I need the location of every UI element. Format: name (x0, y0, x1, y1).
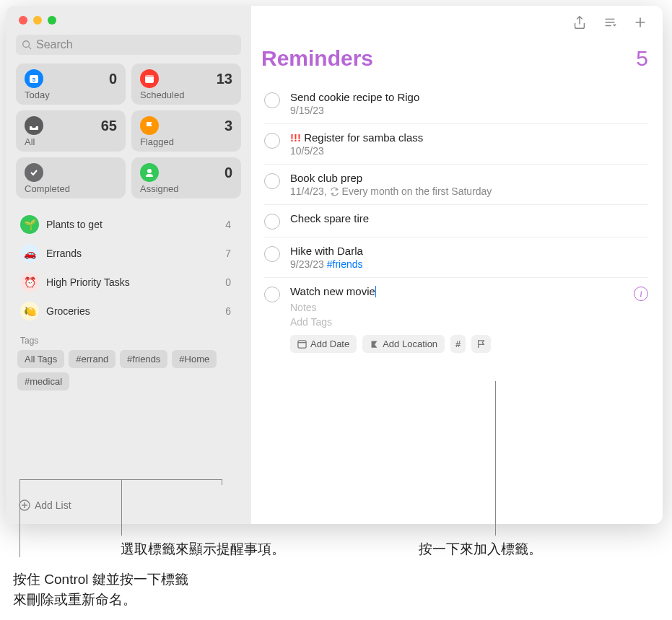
card-count: 65 (101, 118, 117, 134)
card-label: Flagged (140, 136, 232, 147)
repeat-icon (330, 187, 339, 196)
reminder-item[interactable]: !!! Register for samba class 10/5/23 (264, 124, 648, 165)
card-label: Completed (25, 183, 117, 194)
card-flagged[interactable]: 3 Flagged (131, 110, 241, 152)
callout-select-tag: 選取標籤來顯示提醒事項。 (121, 540, 285, 559)
callout-control-click-line2: 來刪除或重新命名。 (13, 590, 136, 609)
reminder-title-input[interactable]: Watch new movie (290, 285, 624, 297)
callout-control-click-line1: 按住 Control 鍵並按一下標籤 (13, 570, 188, 589)
search-input[interactable]: Search (16, 35, 241, 55)
reminder-item[interactable]: Book club prep 11/4/23, Every month on t… (264, 165, 648, 205)
reminder-item[interactable]: Send cookie recipe to Rigo 9/15/23 (264, 84, 648, 124)
tag-medical[interactable]: #medical (17, 372, 69, 390)
app-window: Search 5 0 Today 13 Scheduled 6 (6, 6, 663, 524)
add-list-button[interactable]: Add List (16, 494, 241, 517)
svg-point-0 (23, 41, 30, 48)
add-tag-button[interactable]: # (450, 335, 466, 353)
flag-icon (140, 116, 159, 135)
reminder-date: 11/4/23, Every month on the first Saturd… (290, 185, 648, 197)
complete-checkbox[interactable] (264, 246, 280, 262)
view-options-button[interactable] (602, 14, 618, 33)
priority-indicator: !!! (290, 131, 301, 144)
reminder-title: Send cookie recipe to Rigo (290, 91, 648, 103)
tag-errand[interactable]: #errand (69, 350, 115, 368)
tray-icon (25, 116, 43, 135)
reminder-title: Check spare tire (290, 212, 648, 224)
list-count: 7 (225, 248, 231, 259)
search-placeholder: Search (36, 38, 73, 51)
list-total-count: 5 (636, 46, 648, 71)
card-label: Scheduled (140, 89, 232, 100)
check-icon (25, 163, 43, 182)
hash-icon: # (455, 339, 461, 349)
complete-checkbox[interactable] (264, 287, 280, 302)
reminder-date: 10/5/23 (290, 145, 648, 157)
card-count: 3 (224, 118, 232, 134)
add-location-button[interactable]: Add Location (362, 335, 445, 353)
list-item[interactable]: 🌱 Plants to get 4 (16, 210, 241, 239)
reminder-item[interactable]: Check spare tire (264, 205, 648, 237)
minimize-window-button[interactable] (33, 16, 42, 25)
plus-circle-icon (19, 499, 30, 511)
add-tags-placeholder[interactable]: Add Tags (290, 316, 624, 328)
svg-rect-15 (298, 341, 306, 348)
flag-icon (476, 339, 486, 349)
reminders-list: Send cookie recipe to Rigo 9/15/23 !!! R… (261, 84, 648, 360)
person-icon (140, 163, 159, 182)
card-count: 0 (109, 71, 117, 87)
list-toggle-icon (602, 14, 618, 30)
svg-line-1 (29, 47, 32, 50)
notes-placeholder[interactable]: Notes (290, 302, 624, 313)
sidebar-lists: 🌱 Plants to get 4 🚗 Errands 7 ⏰ High Pri… (16, 210, 241, 326)
tag-all[interactable]: All Tags (17, 350, 64, 368)
list-item[interactable]: ⏰ High Priority Tasks 0 (16, 268, 241, 297)
reminder-tag[interactable]: #friends (327, 258, 363, 270)
reminder-title: !!! Register for samba class (290, 131, 648, 144)
card-assigned[interactable]: 0 Assigned (131, 157, 241, 198)
info-button[interactable]: i (634, 287, 648, 301)
calendar-icon (297, 339, 307, 349)
tag-friends[interactable]: #friends (120, 350, 167, 368)
add-list-label: Add List (35, 499, 71, 511)
sidebar: Search 5 0 Today 13 Scheduled 6 (6, 6, 251, 524)
tags-section-title: Tags (20, 336, 241, 346)
tag-home[interactable]: #Home (172, 350, 217, 368)
list-count: 0 (225, 276, 231, 288)
plus-icon (632, 14, 648, 30)
fullscreen-window-button[interactable] (48, 16, 56, 25)
calendar-today-icon: 5 (25, 69, 43, 88)
list-icon: 🚗 (20, 244, 39, 263)
add-flag-button[interactable] (471, 335, 491, 353)
complete-checkbox[interactable] (264, 92, 280, 108)
add-reminder-button[interactable] (632, 14, 648, 33)
complete-checkbox[interactable] (264, 173, 280, 189)
complete-checkbox[interactable] (264, 214, 280, 230)
smart-list-cards: 5 0 Today 13 Scheduled 65 All (16, 64, 241, 198)
location-icon (370, 339, 379, 349)
card-today[interactable]: 5 0 Today (16, 64, 126, 105)
card-count: 13 (217, 71, 232, 87)
card-label: All (25, 136, 117, 147)
callout-click-add-tag: 按一下來加入標籤。 (419, 540, 542, 559)
close-window-button[interactable] (19, 16, 27, 25)
list-header: Reminders 5 (261, 46, 648, 71)
svg-text:5: 5 (32, 77, 36, 83)
list-icon: 🍋 (20, 302, 39, 320)
reminder-item[interactable]: Hike with Darla 9/23/23 #friends (264, 237, 648, 278)
list-item[interactable]: 🚗 Errands 7 (16, 239, 241, 268)
list-item[interactable]: 🍋 Groceries 6 (16, 297, 241, 326)
list-icon: 🌱 (20, 215, 39, 234)
list-count: 4 (225, 219, 231, 230)
reminder-item-editing[interactable]: Watch new movie Notes Add Tags Add Date … (264, 278, 648, 360)
list-title: Reminders (261, 46, 373, 71)
list-name: Groceries (46, 305, 218, 317)
add-date-button[interactable]: Add Date (290, 335, 357, 353)
complete-checkbox[interactable] (264, 133, 280, 149)
share-button[interactable] (572, 14, 588, 33)
card-completed[interactable]: Completed (16, 157, 126, 198)
card-all[interactable]: 65 All (16, 110, 126, 152)
card-count: 0 (224, 165, 232, 181)
card-scheduled[interactable]: 13 Scheduled (131, 64, 241, 105)
toolbar (261, 6, 648, 40)
main-panel: Reminders 5 Send cookie recipe to Rigo 9… (251, 6, 663, 524)
